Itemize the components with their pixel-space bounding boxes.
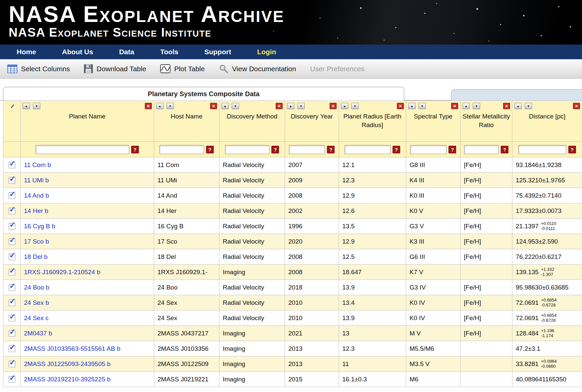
planet-radius-cell: 12.9 [339, 188, 406, 203]
row-checkbox[interactable]: ✓ [9, 315, 15, 321]
select-all-icon[interactable] [11, 104, 14, 108]
planet-name-link[interactable]: 17 Sco b [24, 238, 49, 245]
filter-help-button[interactable]: ? [131, 146, 139, 153]
remove-column-button[interactable]: ✕ [210, 103, 217, 109]
planet-name-link[interactable]: 24 Boo b [24, 284, 49, 291]
nav-item-login[interactable]: Login [257, 48, 276, 56]
table-row: ✓11 UMi b11 UMiRadial Velocity200912.3K4… [3, 173, 582, 188]
column-filter-input[interactable] [464, 145, 499, 154]
row-checkbox[interactable]: ✓ [9, 330, 15, 337]
discovery-method-cell: Radial Velocity [219, 295, 285, 310]
filter-help-button[interactable]: ? [393, 146, 400, 153]
remove-column-button[interactable]: ✕ [451, 103, 458, 109]
row-checkbox[interactable]: ✓ [9, 345, 15, 352]
nav-item-about-us[interactable]: About Us [62, 48, 93, 56]
site-banner: NASA Exoplanet Archive NASA Exoplanet Sc… [0, 0, 582, 45]
tab-planetary-systems-composite-data[interactable]: Planetary Systems Composite Data [3, 87, 404, 100]
planet-name-link[interactable]: 1RXS J160929.1-210524 b [24, 269, 100, 276]
planet-name-link[interactable]: 11 UMi b [24, 177, 49, 184]
row-checkbox[interactable]: ✓ [9, 299, 15, 306]
remove-column-button[interactable]: ✕ [573, 103, 580, 109]
remove-column-button[interactable]: ✕ [397, 103, 404, 109]
sort-desc-button[interactable]: ▼ [419, 103, 426, 109]
row-checkbox[interactable]: ✓ [9, 162, 15, 168]
inactive-tab[interactable] [451, 89, 582, 100]
nav-item-support[interactable]: Support [204, 48, 231, 56]
row-select-cell: ✓ [3, 310, 21, 326]
row-checkbox[interactable]: ✓ [9, 223, 15, 230]
planet-name-link[interactable]: 14 Her b [24, 207, 48, 214]
filter-help-button[interactable]: ? [271, 146, 279, 153]
spectral-type-cell: G8 III [406, 157, 460, 173]
sort-asc-button[interactable]: ▲ [156, 103, 163, 109]
planet-name-cell: 14 And b [21, 188, 154, 203]
sort-asc-button[interactable]: ▲ [514, 103, 522, 109]
spectral-type-cell: M3.5 V [406, 356, 460, 372]
column-filter-input[interactable] [410, 145, 446, 154]
sort-desc-button[interactable]: ▼ [33, 103, 40, 109]
sort-desc-button[interactable]: ▼ [297, 103, 305, 109]
filter-help-button[interactable]: ? [568, 146, 576, 153]
row-checkbox[interactable]: ✓ [9, 284, 15, 291]
select-columns-button[interactable]: Select Columns [7, 65, 70, 73]
remove-column-button[interactable]: ✕ [145, 103, 152, 109]
table-grid-icon [7, 65, 17, 73]
sort-asc-button[interactable]: ▲ [341, 103, 348, 109]
row-checkbox[interactable]: ✓ [9, 177, 15, 184]
sort-desc-button[interactable]: ▼ [525, 103, 532, 109]
planet-name-link[interactable]: 24 Sex b [24, 299, 49, 306]
row-checkbox[interactable]: ✓ [9, 269, 15, 276]
column-filter-input[interactable] [36, 145, 129, 154]
sort-desc-button[interactable]: ▼ [166, 103, 174, 109]
filter-help-button[interactable]: ? [501, 146, 508, 153]
planet-name-link[interactable]: 2MASS J01225093-2439505 b [24, 360, 111, 367]
check-icon: ✓ [9, 221, 16, 229]
column-filter-input[interactable] [289, 145, 325, 154]
planet-name-link[interactable]: 11 Com b [24, 161, 51, 168]
row-checkbox[interactable]: ✓ [9, 361, 15, 367]
sort-desc-button[interactable]: ▼ [473, 103, 480, 109]
nav-item-data[interactable]: Data [119, 48, 135, 56]
filter-help-button[interactable]: ? [327, 146, 335, 153]
column-filter-input[interactable] [345, 145, 391, 154]
column-filter-input[interactable] [225, 145, 270, 154]
sort-desc-button[interactable]: ▼ [351, 103, 359, 109]
planet-radius-cell: 13.9 [339, 280, 406, 295]
column-filter-input[interactable] [159, 145, 204, 154]
sort-asc-button[interactable]: ▲ [23, 103, 30, 109]
sort-desc-button[interactable]: ▼ [232, 103, 239, 109]
sort-asc-button[interactable]: ▲ [287, 103, 294, 109]
remove-column-button[interactable]: ✕ [503, 103, 510, 109]
planet-name-link[interactable]: 2M0437 b [24, 330, 52, 337]
row-checkbox[interactable]: ✓ [9, 192, 15, 199]
planet-name-link[interactable]: 16 Cyg B b [24, 223, 55, 230]
column-filter-input[interactable] [518, 145, 566, 154]
stellar-metallicity-cell: [Fe/H] [460, 280, 512, 295]
sort-asc-button[interactable]: ▲ [462, 103, 470, 109]
row-checkbox[interactable]: ✓ [9, 254, 15, 260]
remove-column-button[interactable]: ✕ [276, 103, 283, 109]
view-documentation-button[interactable]: View Documentation [219, 64, 296, 74]
planet-name-cell: 24 Boo b [21, 280, 154, 295]
nav-item-home[interactable]: Home [17, 48, 36, 56]
check-icon: ✓ [9, 160, 16, 167]
planet-name-link[interactable]: 14 And b [24, 192, 49, 199]
column-label: Distance [pc] [514, 112, 580, 138]
row-checkbox[interactable]: ✓ [9, 208, 15, 214]
stellar-metallicity-cell: [Fe/H] [460, 295, 512, 310]
filter-help-button[interactable]: ? [206, 146, 214, 153]
sort-asc-button[interactable]: ▲ [221, 103, 229, 109]
filter-help-button[interactable]: ? [448, 146, 456, 153]
planet-name-link[interactable]: 2MASS J02192210-3925225 b [24, 376, 111, 383]
discovery-method-cell: Radial Velocity [219, 280, 285, 295]
download-table-button[interactable]: Download Table [84, 64, 146, 73]
planet-name-link[interactable]: 18 Del b [24, 253, 48, 260]
row-checkbox[interactable]: ✓ [9, 238, 15, 245]
nav-item-tools[interactable]: Tools [160, 48, 178, 56]
planet-name-link[interactable]: 2MASS J01033563-5515561 AB b [24, 345, 120, 352]
plot-table-button[interactable]: Plot Table [160, 64, 205, 73]
row-checkbox[interactable]: ✓ [9, 376, 15, 383]
remove-column-button[interactable]: ✕ [330, 103, 337, 109]
sort-asc-button[interactable]: ▲ [408, 103, 416, 109]
planet-name-link[interactable]: 24 Sex c [24, 314, 49, 321]
